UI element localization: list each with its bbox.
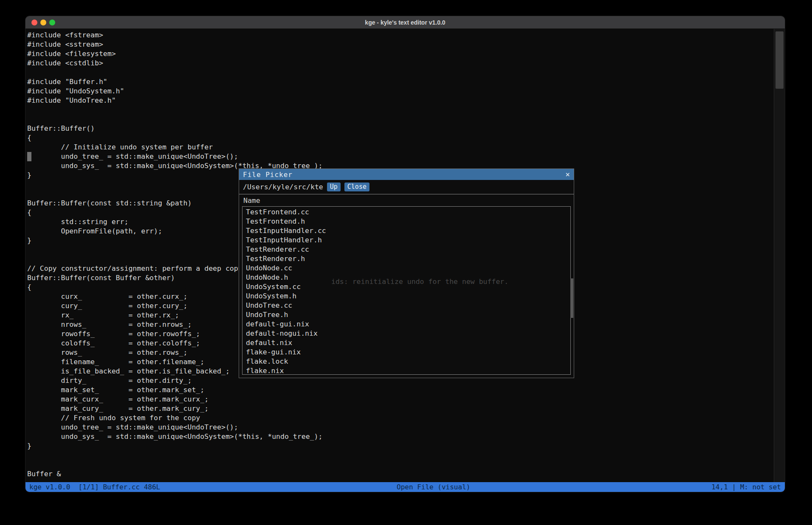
- up-button[interactable]: Up: [327, 182, 341, 191]
- path-row: /Users/kyle/src/kte Up Close: [239, 180, 574, 194]
- close-button[interactable]: Close: [344, 182, 369, 191]
- name-column-header: Name: [239, 194, 574, 206]
- file-row[interactable]: UndoNode.cc: [242, 264, 570, 273]
- file-row[interactable]: TestFrontend.cc: [242, 208, 570, 217]
- file-row[interactable]: TestInputHandler.h: [242, 236, 570, 245]
- file-row[interactable]: default-gui.nix: [242, 320, 570, 329]
- traffic-lights: [31, 20, 55, 25]
- editor-area[interactable]: #include <fstream> #include <sstream> #i…: [25, 29, 785, 482]
- file-row[interactable]: default.nix: [242, 338, 570, 348]
- file-row[interactable]: flake-gui.nix: [242, 348, 570, 357]
- file-row[interactable]: TestRenderer.h: [242, 254, 570, 264]
- file-row[interactable]: UndoTree.cc: [242, 301, 570, 310]
- file-list[interactable]: TestFrontend.ccTestFrontend.hTestInputHa…: [242, 206, 571, 375]
- file-picker-dialog: File Picker × /Users/kyle/src/kte Up Clo…: [239, 168, 574, 378]
- file-picker-titlebar[interactable]: File Picker ×: [239, 169, 574, 180]
- minimize-window-button[interactable]: [40, 20, 46, 25]
- file-row[interactable]: TestInputHandler.cc: [242, 226, 570, 236]
- file-row[interactable]: UndoSystem.h: [242, 292, 570, 301]
- file-list-scrollbar-thumb[interactable]: [570, 278, 573, 318]
- editor-window: kge - kyle's text editor v1.0.0 #include…: [25, 16, 785, 492]
- file-row[interactable]: flake.lock: [242, 357, 570, 366]
- status-cursor-info: 14,1 | M: not set: [711, 482, 781, 492]
- file-row[interactable]: TestFrontend.h: [242, 217, 570, 226]
- editor-scrollbar[interactable]: [774, 29, 785, 482]
- file-row[interactable]: default-nogui.nix: [242, 329, 570, 338]
- window-titlebar[interactable]: kge - kyle's text editor v1.0.0: [25, 16, 785, 29]
- file-row[interactable]: TestRenderer.cc: [242, 245, 570, 254]
- close-window-button[interactable]: [31, 20, 37, 25]
- text-cursor: [27, 152, 31, 161]
- file-picker-title: File Picker: [243, 171, 565, 179]
- close-icon[interactable]: ×: [565, 171, 570, 178]
- current-path: /Users/kyle/src/kte: [243, 183, 323, 191]
- window-title: kge - kyle's text editor v1.0.0: [365, 19, 445, 26]
- zoom-window-button[interactable]: [49, 20, 55, 25]
- screen: { "colors": { "editor_bg": "#0c0c0c", "c…: [0, 0, 812, 525]
- editor-scrollbar-thumb[interactable]: [775, 31, 784, 89]
- status-mode-info: Open File (visual): [397, 482, 470, 492]
- status-bar: kge v1.0.0 [1/1] Buffer.cc 486L Open Fil…: [25, 482, 785, 492]
- file-row[interactable]: flake.nix: [242, 366, 570, 375]
- code-bleed-through-text: ids: reinitialize undo for the new buffe…: [331, 277, 508, 286]
- status-file-info: kge v1.0.0 [1/1] Buffer.cc 486L: [29, 482, 160, 492]
- file-row[interactable]: UndoTree.h: [242, 310, 570, 320]
